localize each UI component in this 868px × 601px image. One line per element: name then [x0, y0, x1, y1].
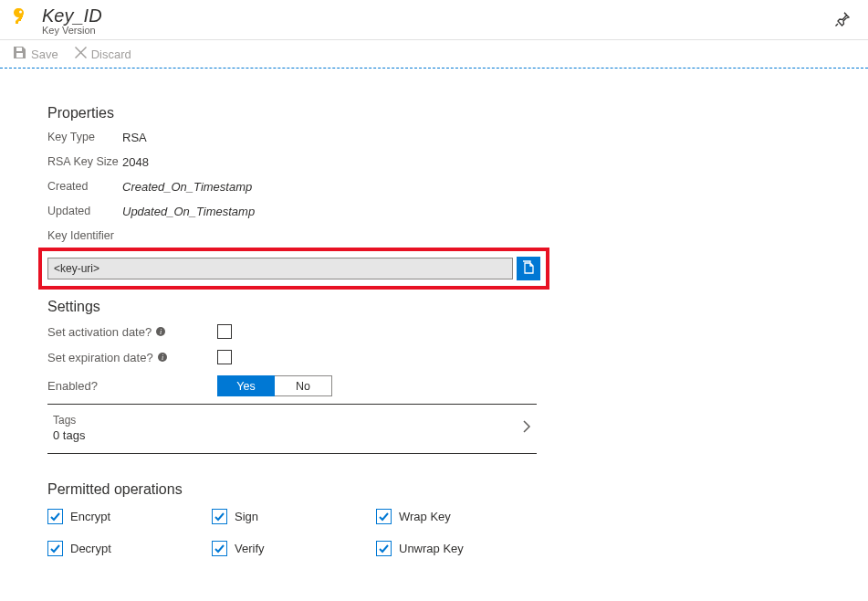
enabled-label: Enabled?	[47, 379, 173, 393]
key-identifier-highlight	[38, 248, 549, 290]
key-identifier-label: Key Identifier	[47, 229, 868, 242]
perm-decrypt[interactable]: Decrypt	[47, 541, 212, 556]
perm-sign[interactable]: Sign	[212, 509, 376, 524]
pin-icon[interactable]	[835, 12, 850, 29]
svg-text:i: i	[162, 353, 163, 362]
checkbox-checked-icon	[376, 541, 392, 556]
tags-label: Tags	[53, 414, 522, 427]
svg-text:i: i	[160, 328, 162, 336]
discard-button[interactable]: Discard	[75, 47, 131, 61]
discard-label: Discard	[91, 47, 131, 61]
toolbar: Save Discard	[0, 40, 868, 69]
enabled-no[interactable]: No	[275, 375, 332, 396]
settings-heading: Settings	[47, 299, 868, 315]
key-type-value: RSA	[122, 131, 147, 144]
save-icon	[13, 46, 26, 62]
permitted-heading: Permitted operations	[47, 481, 868, 498]
rsa-size-value: 2048	[122, 155, 149, 169]
info-icon[interactable]: i	[155, 326, 166, 337]
perm-encrypt[interactable]: Encrypt	[47, 509, 212, 524]
checkbox-checked-icon	[212, 541, 227, 556]
close-icon	[75, 47, 87, 61]
tags-count: 0 tags	[53, 428, 522, 442]
permitted-grid: Encrypt Sign Wrap Key Decrypt Verify Unw…	[47, 509, 868, 556]
page-title: Key_ID	[42, 5, 835, 26]
rsa-size-label: RSA Key Size	[47, 155, 122, 169]
expiration-label: Set expiration date? i	[47, 351, 173, 364]
checkbox-checked-icon	[212, 509, 227, 524]
checkbox-checked-icon	[47, 509, 63, 524]
key-identifier-input[interactable]	[47, 258, 513, 279]
perm-verify[interactable]: Verify	[212, 541, 376, 556]
enabled-toggle: Yes No	[217, 375, 332, 396]
enabled-yes[interactable]: Yes	[217, 375, 275, 396]
page-subtitle: Key Version	[42, 25, 835, 36]
activation-checkbox[interactable]	[217, 324, 232, 339]
key-type-label: Key Type	[47, 131, 122, 144]
chevron-right-icon	[522, 419, 531, 437]
checkbox-checked-icon	[376, 509, 392, 524]
save-label: Save	[31, 47, 58, 61]
key-icon	[13, 8, 33, 33]
copy-button[interactable]	[517, 257, 540, 280]
created-label: Created	[47, 180, 122, 194]
tags-row[interactable]: Tags 0 tags	[47, 405, 537, 454]
properties-heading: Properties	[47, 105, 868, 121]
updated-value: Updated_On_Timestamp	[122, 205, 255, 218]
copy-icon	[522, 260, 535, 278]
updated-label: Updated	[47, 205, 122, 218]
perm-wrapkey[interactable]: Wrap Key	[376, 509, 540, 524]
page-header: Key_ID Key Version	[0, 0, 868, 40]
perm-unwrapkey[interactable]: Unwrap Key	[376, 541, 540, 556]
info-icon[interactable]: i	[157, 352, 168, 363]
expiration-checkbox[interactable]	[217, 350, 232, 364]
created-value: Created_On_Timestamp	[122, 180, 252, 194]
checkbox-checked-icon	[47, 541, 63, 556]
save-button[interactable]: Save	[13, 46, 58, 62]
activation-label: Set activation date? i	[47, 325, 173, 339]
